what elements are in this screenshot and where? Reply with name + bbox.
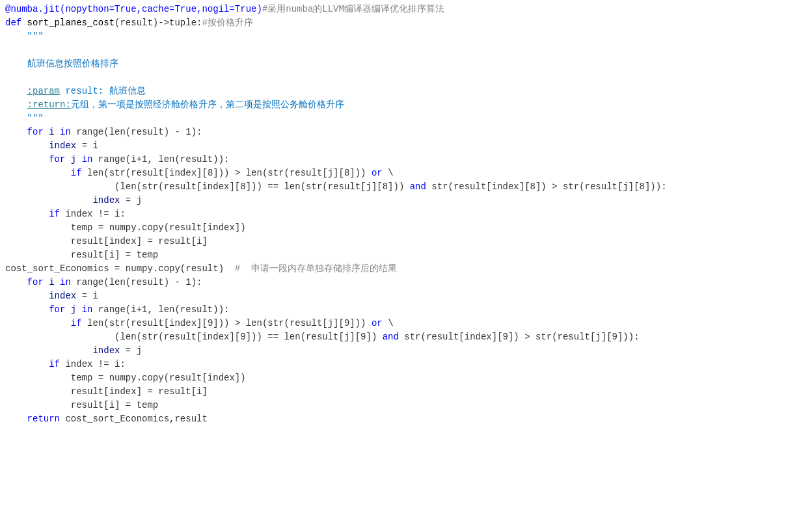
line-28: temp = numpy.copy(result[index]): [0, 371, 799, 385]
line-18: result[index] = result[i]: [0, 235, 799, 248]
line-23: for j in range(i+1, len(result)):: [0, 303, 799, 317]
line-6: [0, 71, 799, 85]
line-27: if index != i:: [0, 358, 799, 371]
line-10: for i in range(len(result) - 1):: [0, 126, 799, 139]
line-5: 航班信息按照价格排序: [0, 57, 799, 71]
line-21: for i in range(len(result) - 1):: [0, 276, 799, 289]
line-9: """: [0, 112, 799, 126]
line-12: for j in range(i+1, len(result)):: [0, 153, 799, 166]
line-29: result[index] = result[i]: [0, 385, 799, 399]
line-1: @numba.jit(nopython=True,cache=True,nogi…: [0, 3, 799, 16]
line-7: :param result: 航班信息: [0, 85, 799, 98]
line-13: if len(str(result[index][8])) > len(str(…: [0, 166, 799, 180]
line-22: index = i: [0, 289, 799, 303]
line-16: if index != i:: [0, 207, 799, 221]
line-4: [0, 44, 799, 57]
line-2: def sort_planes_cost(result)->tuple:#按价格…: [0, 16, 799, 30]
line-19: result[i] = temp: [0, 248, 799, 262]
line-24: if len(str(result[index][9])) > len(str(…: [0, 317, 799, 330]
line-30: result[i] = temp: [0, 399, 799, 412]
line-20: cost_sort_Economics = numpy.copy(result)…: [0, 262, 799, 276]
code-editor: @numba.jit(nopython=True,cache=True,nogi…: [0, 0, 799, 429]
line-14: (len(str(result[index][8])) == len(str(r…: [0, 180, 799, 194]
line-11: index = i: [0, 139, 799, 153]
line-15: index = j: [0, 194, 799, 207]
line-31: return cost_sort_Economics,result: [0, 412, 799, 426]
line-26: index = j: [0, 344, 799, 358]
line-17: temp = numpy.copy(result[index]): [0, 221, 799, 235]
line-25: (len(str(result[index][9])) == len(resul…: [0, 330, 799, 344]
line-3: """: [0, 30, 799, 44]
line-8: :return:元组，第一项是按照经济舱价格升序，第二项是按照公务舱价格升序: [0, 98, 799, 112]
